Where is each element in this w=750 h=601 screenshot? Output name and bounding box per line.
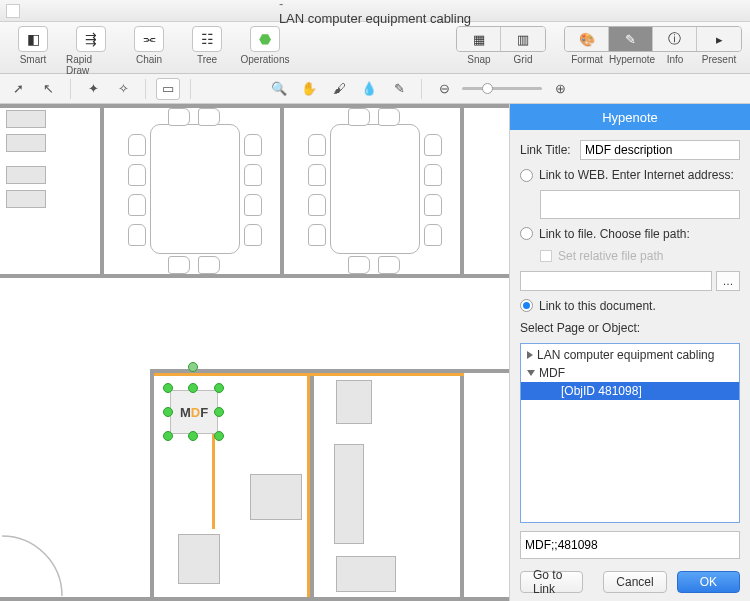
tree-node-root[interactable]: LAN computer equipment cabling: [521, 346, 739, 364]
shape-tool-icon[interactable]: ▭: [156, 78, 180, 100]
file-path-input[interactable]: [520, 271, 712, 291]
radio-link-file[interactable]: Link to file. Choose file path:: [520, 227, 740, 241]
go-to-link-button[interactable]: Go to Link: [520, 571, 583, 593]
radio-link-web[interactable]: Link to WEB. Enter Internet address:: [520, 168, 740, 182]
radio-link-document[interactable]: Link to this document.: [520, 299, 740, 313]
grid-button[interactable]: ▥: [501, 27, 545, 51]
panel-header: Hypenote: [510, 104, 750, 130]
cancel-button[interactable]: Cancel: [603, 571, 666, 593]
selection-handle[interactable]: [188, 383, 198, 393]
web-address-input[interactable]: [540, 190, 740, 219]
selection-handle[interactable]: [163, 431, 173, 441]
wand-tool-icon[interactable]: ✦: [81, 78, 105, 100]
toolbar-left-group: ◧Smart ⇶Rapid Draw ⫘Chain ☷Tree ⬣Operati…: [8, 26, 290, 76]
arrow-tool-icon[interactable]: ➚: [6, 78, 30, 100]
main-area: MDF Hypenote Link Title:: [0, 104, 750, 601]
rotate-handle[interactable]: [188, 362, 198, 372]
mdf-object[interactable]: MDF: [170, 390, 218, 434]
format-tab[interactable]: 🎨: [565, 27, 609, 51]
browse-button[interactable]: …: [716, 271, 740, 291]
zoom-slider[interactable]: [462, 87, 542, 90]
inspector-segment: 🎨 ✎ ⓘ ▸: [564, 26, 742, 52]
ok-button[interactable]: OK: [677, 571, 740, 593]
chain-button[interactable]: ⫘Chain: [124, 26, 174, 76]
relative-path-checkbox: Set relative file path: [540, 249, 740, 263]
link-title-input[interactable]: [580, 140, 740, 160]
door-arc: [0, 534, 80, 601]
selection-handle[interactable]: [163, 383, 173, 393]
info-tab[interactable]: ⓘ: [653, 27, 697, 51]
tree-node-mdf[interactable]: MDF: [521, 364, 739, 382]
result-input[interactable]: [520, 531, 740, 560]
link-title-label: Link Title:: [520, 143, 572, 157]
selection-handle[interactable]: [163, 407, 173, 417]
select-tool-icon[interactable]: ↖: [36, 78, 60, 100]
select-page-label: Select Page or Object:: [520, 321, 740, 335]
canvas[interactable]: MDF: [0, 104, 510, 601]
selection-handle[interactable]: [214, 431, 224, 441]
object-tree[interactable]: LAN computer equipment cabling MDF [ObjI…: [520, 343, 740, 523]
app-icon: [6, 4, 20, 18]
wand2-tool-icon[interactable]: ✧: [111, 78, 135, 100]
hypernote-panel: Hypenote Link Title: Link to WEB. Enter …: [510, 104, 750, 601]
zoom-in-icon[interactable]: ⊕: [548, 78, 572, 100]
smart-button[interactable]: ◧Smart: [8, 26, 58, 76]
tree-button[interactable]: ☷Tree: [182, 26, 232, 76]
window-titlebar: Nertwork-layout-floorplan - LAN computer…: [0, 0, 750, 22]
present-tab[interactable]: ▸: [697, 27, 741, 51]
selection-handle[interactable]: [188, 431, 198, 441]
hypernote-tab[interactable]: ✎: [609, 27, 653, 51]
selection-handle[interactable]: [214, 407, 224, 417]
tree-leaf-selected[interactable]: [ObjID 481098]: [521, 382, 739, 400]
rapid-draw-button[interactable]: ⇶Rapid Draw: [66, 26, 116, 76]
selection-handle[interactable]: [214, 383, 224, 393]
